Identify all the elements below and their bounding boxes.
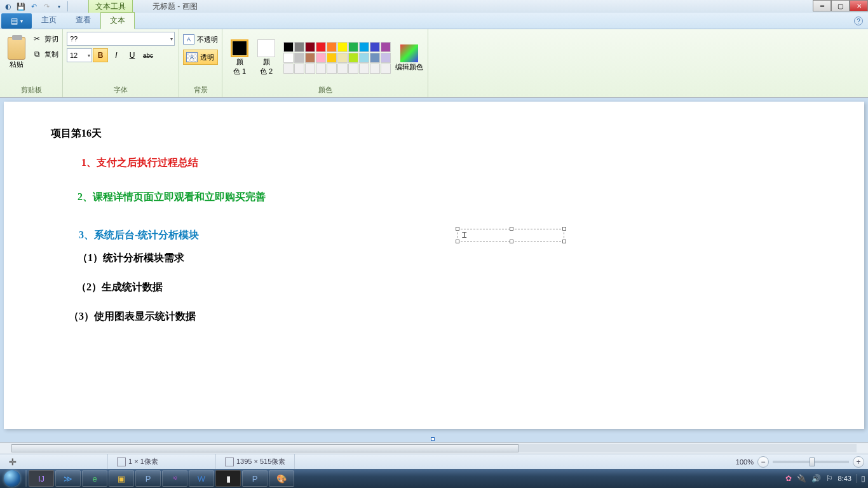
zoom-slider-thumb[interactable] (810, 458, 815, 466)
taskbar-app-7[interactable]: W (189, 470, 214, 487)
redo-icon[interactable]: ↷ (41, 1, 52, 12)
palette-swatch[interactable] (359, 64, 369, 74)
palette-swatch[interactable] (370, 64, 380, 74)
color2-button[interactable]: 颜色 2 (253, 39, 280, 76)
palette-swatch[interactable] (316, 42, 326, 52)
taskbar-app-4[interactable]: ▣ (109, 470, 134, 487)
palette-swatch[interactable] (337, 42, 348, 52)
palette-swatch[interactable] (305, 53, 315, 63)
taskbar-app-paint[interactable]: 🎨 (269, 470, 294, 487)
tray-volume-icon[interactable]: 🔊 (811, 474, 821, 483)
taskbar-app-8[interactable]: ▮ (215, 470, 241, 487)
palette-swatch[interactable] (348, 42, 358, 52)
cut-button[interactable]: ✂剪切 (32, 32, 58, 46)
palette-swatch[interactable] (381, 64, 391, 74)
paste-button[interactable]: 粘贴 (4, 32, 29, 74)
palette-swatch[interactable] (283, 42, 294, 52)
resize-handle-sw[interactable] (456, 240, 459, 243)
palette-swatch[interactable] (327, 53, 337, 63)
palette-swatch[interactable] (327, 42, 337, 52)
taskbar-app-5[interactable]: P (135, 470, 161, 487)
palette-swatch[interactable] (370, 42, 380, 52)
palette-swatch[interactable] (359, 53, 369, 63)
opaque-option[interactable]: A不透明 (183, 32, 218, 47)
tray-icon-1[interactable]: ✿ (785, 474, 792, 483)
underline-button[interactable]: U (125, 48, 140, 62)
font-name-combo[interactable]: ??▾ (67, 32, 175, 46)
resize-handle-s[interactable] (510, 240, 513, 243)
window-controls: ━ ▢ ✕ (813, 0, 868, 11)
ribbon-group-colors: 颜色 1 颜色 2 编辑颜色 颜色 (222, 29, 428, 97)
windows-logo-icon (4, 470, 20, 487)
palette-swatch[interactable] (327, 64, 337, 74)
palette-swatch[interactable] (283, 64, 294, 74)
copy-button[interactable]: ⧉复制 (32, 47, 58, 61)
tab-home[interactable]: 主页 (32, 11, 66, 29)
start-button[interactable] (0, 469, 24, 488)
tray-flag-icon[interactable]: ⚐ (826, 474, 833, 483)
color1-button[interactable]: 颜色 1 (226, 39, 253, 76)
italic-button[interactable]: I (109, 48, 124, 62)
palette-swatch[interactable] (348, 64, 358, 74)
canvas[interactable]: 项目第16天 1、支付之后执行过程总结 2、课程详情页面立即观看和立即购买完善 … (4, 102, 864, 429)
palette-swatch[interactable] (370, 53, 380, 63)
zoom-slider[interactable] (773, 461, 849, 463)
taskbar-app-1[interactable]: IJ (29, 470, 54, 487)
show-desktop-button[interactable]: ▯ (857, 474, 865, 483)
undo-icon[interactable]: ↶ (28, 1, 39, 12)
strike-button[interactable]: abc (140, 48, 156, 62)
palette-swatch[interactable] (381, 53, 391, 63)
close-button[interactable]: ✕ (850, 0, 868, 11)
bold-button[interactable]: B (93, 48, 108, 62)
file-menu-button[interactable]: ▤▾ (1, 13, 32, 29)
zoom-out-button[interactable]: − (757, 456, 769, 468)
transparent-option[interactable]: A透明 (183, 50, 218, 65)
work-area: 项目第16天 1、支付之后执行过程总结 2、课程详情页面立即观看和立即购买完善 … (0, 98, 868, 454)
tray-power-icon[interactable]: 🔌 (797, 474, 806, 483)
tab-view[interactable]: 查看 (66, 11, 100, 29)
taskbar-app-2[interactable]: ≫ (55, 470, 81, 487)
scrollbar-thumb[interactable] (11, 444, 519, 452)
palette-swatch[interactable] (294, 42, 304, 52)
taskbar-clock[interactable]: 8:43 (838, 475, 851, 482)
resize-handle-nw[interactable] (456, 227, 459, 231)
group-label-clipboard: 剪贴板 (4, 84, 58, 97)
palette-swatch[interactable] (316, 64, 326, 74)
resize-handle-se[interactable] (562, 240, 566, 243)
canvas-text-l5: （2）生成统计数据 (76, 281, 163, 294)
app-menu-icon[interactable]: ◐ (3, 1, 14, 12)
palette-swatch[interactable] (337, 53, 348, 63)
taskbar-app-9[interactable]: P (242, 470, 268, 487)
save-icon[interactable]: 💾 (15, 1, 27, 12)
palette-swatch[interactable] (294, 64, 304, 74)
canvas-resize-handle[interactable] (431, 437, 435, 441)
help-icon[interactable]: ? (854, 17, 863, 25)
taskbar-app-3[interactable]: e (82, 470, 107, 487)
paste-icon (8, 37, 25, 60)
zoom-controls: 100% − + (736, 456, 864, 468)
ribbon: 粘贴 ✂剪切 ⧉复制 剪贴板 ??▾ 12▾ B I U abc 字体 (0, 29, 868, 98)
palette-swatch[interactable] (381, 42, 391, 52)
minimize-button[interactable]: ━ (813, 0, 831, 11)
active-text-box[interactable]: Ꮖ (458, 229, 564, 241)
palette-swatch[interactable] (294, 53, 304, 63)
edit-colors-button[interactable]: 编辑颜色 (395, 44, 424, 72)
taskbar-app-6[interactable]: ༄ (162, 470, 187, 487)
resize-handle-ne[interactable] (562, 227, 566, 231)
palette-swatch[interactable] (337, 64, 348, 74)
palette-swatch[interactable] (305, 42, 315, 52)
palette-swatch[interactable] (359, 42, 369, 52)
horizontal-scrollbar[interactable] (0, 442, 868, 454)
font-size-combo[interactable]: 12▾ (67, 48, 92, 62)
zoom-in-button[interactable]: + (853, 456, 864, 468)
palette-swatch[interactable] (283, 53, 294, 63)
tab-text[interactable]: 文本 (100, 12, 135, 29)
qat-dropdown-icon[interactable]: ▾ (53, 1, 65, 12)
window-title: 无标题 - 画图 (153, 1, 198, 12)
palette-swatch[interactable] (316, 53, 326, 63)
maximize-button[interactable]: ▢ (831, 0, 850, 11)
palette-swatch[interactable] (305, 64, 315, 74)
palette-swatch[interactable] (348, 53, 358, 63)
color1-swatch (231, 39, 248, 57)
resize-handle-n[interactable] (510, 227, 513, 231)
